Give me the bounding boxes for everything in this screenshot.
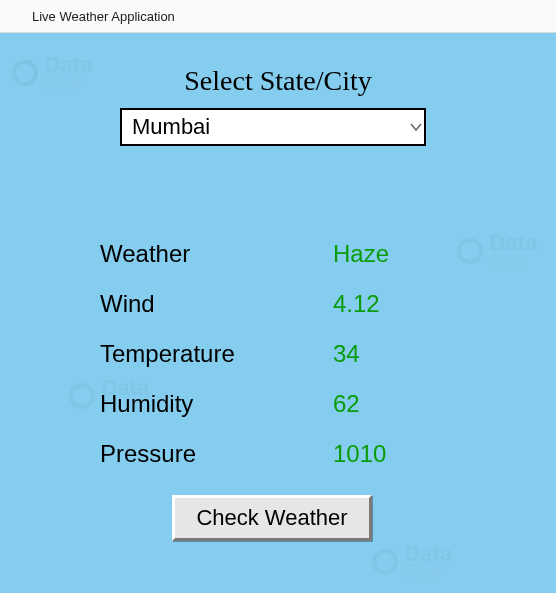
city-input[interactable] [130,113,409,141]
value-pressure: 1010 [333,439,389,489]
svg-point-3 [374,551,396,573]
watermark: Data Flair [370,544,452,580]
label-humidity: Humidity [100,389,235,439]
window-titlebar: Live Weather Application [0,0,556,33]
svg-point-1 [459,240,481,262]
check-weather-button[interactable]: Check Weather [172,495,372,541]
city-combobox[interactable] [120,108,426,146]
check-weather-label: Check Weather [196,505,347,531]
label-wind: Wind [100,289,235,339]
watermark: Data Flair [455,233,537,269]
value-temperature: 34 [333,339,389,389]
heading-select-city: Select State/City [0,65,556,97]
label-temperature: Temperature [100,339,235,389]
values-column: Haze 4.12 34 62 1010 [333,239,389,489]
value-humidity: 62 [333,389,389,439]
window-title: Live Weather Application [32,9,175,24]
label-pressure: Pressure [100,439,235,489]
chevron-down-icon[interactable] [409,120,423,134]
app-body: Data Flair Data Flair Data Flair Data Fl… [0,33,556,593]
label-weather: Weather [100,239,235,289]
labels-column: Weather Wind Temperature Humidity Pressu… [100,239,235,489]
value-weather: Haze [333,239,389,289]
value-wind: 4.12 [333,289,389,339]
svg-point-2 [71,385,93,407]
